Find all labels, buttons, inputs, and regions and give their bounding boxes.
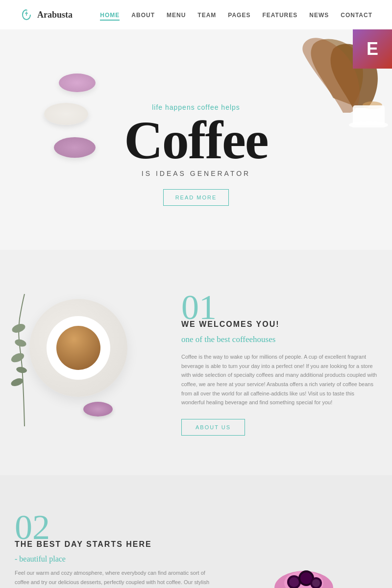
macaron-purple2 [54,137,96,158]
about-us-button[interactable]: ABOUT US [181,419,245,436]
nav-item-team[interactable]: TEAM [197,10,216,19]
svg-point-6 [10,351,25,364]
svg-point-16 [289,577,299,587]
bestday-cake-image [235,510,377,588]
svg-point-20 [312,579,320,587]
hero-subtitle: IS IDEAS GENERATOR [124,170,268,177]
macaron-small [83,402,113,416]
svg-point-0 [25,9,27,11]
welcome-subtitle: one of the best coffeehouses [181,335,377,344]
section-number-02: 02 [15,510,220,545]
nav-item-news[interactable]: NEWS [309,10,329,19]
navigation: Arabusta HOME ABOUT MENU TEAM PAGES FEAT… [0,0,392,29]
bestday-inner: 02 THE BEST DAY STARTS HERE - beautiful … [0,510,392,588]
hero-content: life happens coffee helps Coffee IS IDEA… [124,74,268,206]
welcome-inner: 01 WE WELCOMES YOU! one of the best coff… [0,289,392,436]
welcome-left-images [15,289,172,436]
feature-beautiful-place: - beautiful place Feel our warm and cozy… [15,555,220,588]
section-number-01: 01 [181,290,377,325]
nav-item-about[interactable]: ABOUT [131,10,155,19]
nav-item-pages[interactable]: PAGES [228,10,250,19]
svg-point-8 [10,377,24,388]
elementor-badge[interactable]: E [353,29,392,69]
cake-svg [235,510,372,588]
hero-section: life happens coffee helps Coffee IS IDEA… [0,0,392,250]
nav-links: HOME ABOUT MENU TEAM PAGES FEATURES NEWS… [100,10,372,19]
welcome-section: 01 WE WELCOMES YOU! one of the best coff… [0,250,392,475]
macaron-white [44,103,88,125]
welcome-text: Coffee is the way to wake up for million… [181,352,377,407]
svg-point-5 [14,338,27,348]
logo-icon [20,8,33,22]
coffee-cup-image [29,299,127,397]
read-more-button[interactable]: READ MORE [163,189,229,206]
nav-item-home[interactable]: HOME [100,10,120,19]
welcome-right-content: 01 WE WELCOMES YOU! one of the best coff… [181,290,377,436]
bestday-content: 02 THE BEST DAY STARTS HERE - beautiful … [15,510,220,588]
bestday-section: 02 THE BEST DAY STARTS HERE - beautiful … [0,475,392,588]
nav-item-contact[interactable]: CONTACT [341,10,372,19]
svg-point-7 [16,366,27,374]
nav-item-features[interactable]: FEATURES [262,10,297,19]
feature-text-1: Feel our warm and cozy atmosphere, where… [15,568,220,588]
hero-title: Coffee [124,116,268,165]
nav-item-menu[interactable]: MENU [167,10,186,19]
feature-title-1: - beautiful place [15,555,220,564]
macaron-purple1 [59,74,96,92]
logo[interactable]: Arabusta [20,8,73,22]
